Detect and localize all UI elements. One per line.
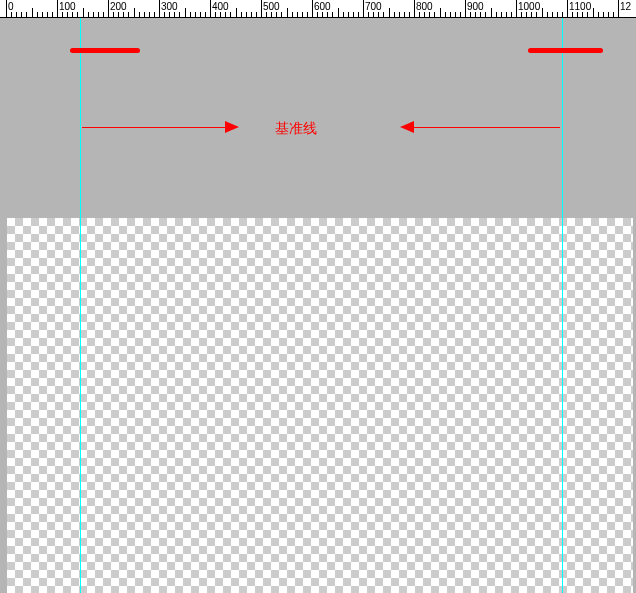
ruler-minor-tick bbox=[327, 12, 328, 18]
ruler-minor-tick bbox=[67, 12, 68, 18]
ruler-minor-tick bbox=[358, 12, 359, 18]
ruler-minor-tick bbox=[373, 12, 374, 18]
ruler-minor-tick bbox=[470, 12, 471, 18]
ruler-minor-tick bbox=[144, 12, 145, 18]
canvas-workspace[interactable]: 基准线 bbox=[0, 18, 636, 593]
ruler-minor-tick bbox=[271, 12, 272, 18]
ruler-minor-tick bbox=[37, 12, 38, 18]
ruler-minor-tick bbox=[241, 12, 242, 18]
horizontal-ruler[interactable]: 01002003004005006007008009001000110012 bbox=[0, 0, 636, 18]
ruler-minor-tick bbox=[72, 12, 73, 18]
ruler-minor-tick bbox=[128, 12, 129, 18]
ruler-minor-tick bbox=[164, 12, 165, 18]
ruler-minor-tick bbox=[577, 12, 578, 18]
ruler-minor-tick bbox=[572, 12, 573, 18]
ruler-minor-tick bbox=[215, 12, 216, 18]
red-mark-right bbox=[528, 48, 603, 53]
ruler-minor-tick bbox=[256, 12, 257, 18]
ruler-label: 400 bbox=[212, 1, 229, 12]
ruler-minor-tick bbox=[460, 12, 461, 18]
ruler-minor-tick bbox=[608, 12, 609, 18]
ruler-minor-tick bbox=[536, 12, 537, 18]
ruler-minor-tick bbox=[281, 12, 282, 18]
ruler-minor-tick bbox=[297, 12, 298, 18]
ruler-minor-tick bbox=[552, 12, 553, 18]
ruler-minor-tick bbox=[557, 12, 558, 18]
ruler-major-tick bbox=[363, 0, 364, 18]
ruler-minor-tick bbox=[383, 12, 384, 18]
ruler-minor-tick bbox=[220, 12, 221, 18]
ruler-minor-tick bbox=[205, 12, 206, 18]
ruler-minor-tick bbox=[246, 12, 247, 18]
ruler-major-tick bbox=[261, 0, 262, 18]
ruler-minor-tick bbox=[11, 12, 12, 18]
ruler-minor-tick bbox=[440, 8, 441, 18]
ruler-label: 800 bbox=[416, 1, 433, 12]
ruler-major-tick bbox=[312, 0, 313, 18]
ruler-minor-tick bbox=[32, 8, 33, 18]
ruler-label: 1000 bbox=[518, 1, 540, 12]
ruler-minor-tick bbox=[562, 12, 563, 18]
ruler-major-tick bbox=[516, 0, 517, 18]
ruler-minor-tick bbox=[103, 12, 104, 18]
ruler-minor-tick bbox=[603, 12, 604, 18]
ruler-minor-tick bbox=[368, 12, 369, 18]
ruler-minor-tick bbox=[225, 12, 226, 18]
ruler-minor-tick bbox=[343, 12, 344, 18]
ruler-minor-tick bbox=[42, 12, 43, 18]
ruler-minor-tick bbox=[149, 12, 150, 18]
ruler-minor-tick bbox=[118, 12, 119, 18]
ruler-minor-tick bbox=[287, 8, 288, 18]
ruler-major-tick bbox=[465, 0, 466, 18]
ruler-minor-tick bbox=[338, 8, 339, 18]
ruler-major-tick bbox=[57, 0, 58, 18]
ruler-minor-tick bbox=[511, 12, 512, 18]
ruler-minor-tick bbox=[378, 12, 379, 18]
ruler-minor-tick bbox=[547, 12, 548, 18]
ruler-minor-tick bbox=[251, 12, 252, 18]
guide-line-right[interactable] bbox=[562, 18, 563, 593]
ruler-label: 200 bbox=[110, 1, 127, 12]
ruler-minor-tick bbox=[598, 12, 599, 18]
ruler-label: 0 bbox=[8, 1, 14, 12]
ruler-minor-tick bbox=[475, 12, 476, 18]
arrow-left-icon bbox=[400, 121, 414, 133]
arrow-line-right bbox=[412, 127, 560, 128]
ruler-minor-tick bbox=[455, 12, 456, 18]
ruler-minor-tick bbox=[302, 12, 303, 18]
ruler-label: 700 bbox=[365, 1, 382, 12]
ruler-minor-tick bbox=[531, 12, 532, 18]
ruler-minor-tick bbox=[195, 12, 196, 18]
ruler-major-tick bbox=[567, 0, 568, 18]
ruler-minor-tick bbox=[26, 12, 27, 18]
ruler-minor-tick bbox=[582, 12, 583, 18]
ruler-minor-tick bbox=[83, 8, 84, 18]
ruler-major-tick bbox=[108, 0, 109, 18]
ruler-minor-tick bbox=[496, 12, 497, 18]
ruler-minor-tick bbox=[429, 12, 430, 18]
transparent-canvas-layer bbox=[7, 218, 633, 593]
ruler-minor-tick bbox=[491, 8, 492, 18]
ruler-minor-tick bbox=[98, 12, 99, 18]
ruler-minor-tick bbox=[445, 12, 446, 18]
ruler-label: 500 bbox=[263, 1, 280, 12]
ruler-minor-tick bbox=[322, 12, 323, 18]
ruler-minor-tick bbox=[190, 12, 191, 18]
ruler-minor-tick bbox=[521, 12, 522, 18]
ruler-minor-tick bbox=[200, 12, 201, 18]
red-mark-left bbox=[70, 48, 140, 53]
ruler-label: 100 bbox=[59, 1, 76, 12]
ruler-label: 12 bbox=[620, 1, 631, 12]
ruler-label: 900 bbox=[467, 1, 484, 12]
ruler-minor-tick bbox=[480, 12, 481, 18]
ruler-minor-tick bbox=[526, 12, 527, 18]
ruler-label: 300 bbox=[161, 1, 178, 12]
ruler-minor-tick bbox=[404, 12, 405, 18]
ruler-minor-tick bbox=[139, 12, 140, 18]
guide-line-left[interactable] bbox=[80, 18, 81, 593]
ruler-minor-tick bbox=[52, 12, 53, 18]
arrow-line-left bbox=[82, 127, 227, 128]
ruler-minor-tick bbox=[542, 8, 543, 18]
ruler-minor-tick bbox=[317, 12, 318, 18]
ruler-minor-tick bbox=[501, 12, 502, 18]
